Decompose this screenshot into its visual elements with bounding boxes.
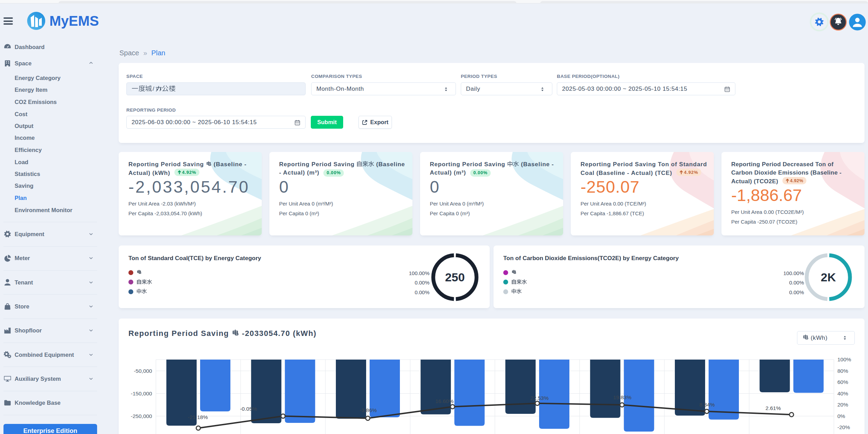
svg-text:0%: 0% [837, 413, 845, 419]
svg-text:22.53%: 22.53% [530, 395, 549, 401]
svg-text:2K: 2K [821, 271, 836, 284]
svg-text:-21.18%: -21.18% [188, 414, 208, 420]
svg-text:-50,000: -50,000 [134, 368, 152, 374]
svg-text:-3.86%: -3.86% [360, 407, 377, 413]
svg-text:40%: 40% [837, 391, 848, 396]
svg-text:-0.05%: -0.05% [240, 406, 257, 412]
svg-text:-150,000: -150,000 [131, 391, 152, 396]
svg-text:16.60%: 16.60% [435, 398, 454, 404]
svg-text:100%: 100% [837, 356, 851, 362]
svg-text:19.83%: 19.83% [613, 394, 632, 400]
svg-text:-250,000: -250,000 [131, 413, 152, 419]
svg-text:80%: 80% [837, 368, 848, 374]
svg-text:250: 250 [445, 271, 465, 284]
svg-text:2.61%: 2.61% [766, 405, 781, 411]
svg-text:20%: 20% [837, 402, 848, 408]
svg-text:60%: 60% [837, 379, 848, 385]
svg-text:8.34%: 8.34% [700, 402, 715, 408]
svg-text:-20%: -20% [837, 424, 850, 430]
